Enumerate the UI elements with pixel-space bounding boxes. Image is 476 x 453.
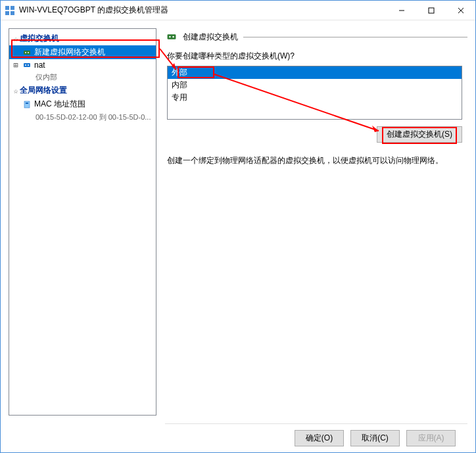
switch-type-list[interactable]: 外部 内部 专用 — [167, 66, 462, 120]
tree-item-mac-sub: 00-15-5D-02-12-00 到 00-15-5D-0... — [9, 111, 156, 124]
svg-rect-1 — [11, 6, 14, 10]
detail-pane: 创建虚拟交换机 你要创建哪种类型的虚拟交换机(W)? 外部 内部 专用 创建虚拟… — [162, 28, 467, 416]
svg-point-13 — [28, 64, 29, 66]
svg-rect-0 — [5, 6, 9, 10]
tree-section-label: 全局网络设置 — [20, 85, 67, 96]
list-item-external[interactable]: 外部 — [168, 66, 462, 79]
titlebar: WIN-VVLEQ7OGBPT 的虚拟交换机管理器 — [1, 1, 475, 20]
tree-section-label: 虚拟交换机 — [20, 33, 59, 44]
prompt-label: 你要创建哪种类型的虚拟交换机(W)? — [167, 51, 462, 62]
description-text: 创建一个绑定到物理网络适配器的虚拟交换机，以便虚拟机可以访问物理网络。 — [167, 155, 462, 166]
dialog-footer: 确定(O) 取消(C) 应用(A) — [165, 423, 467, 452]
svg-point-12 — [25, 64, 26, 66]
svg-rect-11 — [24, 63, 30, 67]
tree-section-virtual-switches[interactable]: ☆ 虚拟交换机 — [9, 32, 156, 45]
svg-rect-15 — [26, 103, 28, 104]
collapse-icon: ☆ — [12, 86, 20, 95]
switch-icon — [166, 31, 178, 43]
svg-rect-8 — [24, 51, 30, 55]
apply-button[interactable]: 应用(A) — [406, 430, 456, 446]
switch-icon — [22, 60, 32, 70]
tree-pane: ☆ 虚拟交换机 新建虚拟网络交换机 ⊞ nat 仅内部 ☆ 全局网络设置 MA — [9, 28, 156, 416]
app-icon — [5, 5, 15, 16]
tree-item-nat[interactable]: ⊞ nat — [9, 59, 156, 71]
list-item-internal[interactable]: 内部 — [168, 79, 462, 91]
tree-item-label: MAC 地址范围 — [34, 99, 85, 110]
divider — [243, 37, 467, 37]
maximize-button[interactable] — [416, 1, 446, 20]
tree-section-global[interactable]: ☆ 全局网络设置 — [9, 83, 156, 97]
svg-point-17 — [169, 36, 171, 38]
nic-icon — [22, 100, 32, 109]
tree-item-mac-range[interactable]: MAC 地址范围 — [9, 97, 156, 111]
collapse-icon: ☆ — [12, 34, 20, 43]
ok-button[interactable]: 确定(O) — [295, 430, 344, 446]
svg-rect-14 — [24, 101, 30, 108]
list-item-private[interactable]: 专用 — [168, 91, 462, 104]
svg-point-9 — [25, 52, 26, 53]
svg-rect-16 — [168, 34, 176, 39]
minimize-button[interactable] — [387, 1, 416, 20]
svg-point-18 — [172, 36, 174, 38]
tree-item-sublabel: 00-15-5D-02-12-00 到 00-15-5D-0... — [36, 112, 151, 122]
tree-item-sublabel: 仅内部 — [36, 72, 57, 82]
panel-title: 创建虚拟交换机 — [183, 32, 238, 43]
svg-point-10 — [28, 52, 29, 53]
svg-rect-5 — [429, 8, 434, 13]
tree-item-label: 新建虚拟网络交换机 — [34, 47, 105, 58]
tree-item-new-switch[interactable]: 新建虚拟网络交换机 — [9, 45, 156, 59]
svg-rect-2 — [5, 11, 9, 15]
create-switch-button[interactable]: 创建虚拟交换机(S) — [377, 126, 462, 143]
close-button[interactable] — [446, 1, 475, 20]
cancel-button[interactable]: 取消(C) — [350, 430, 400, 446]
switch-icon — [22, 48, 32, 57]
tree-item-label: nat — [34, 60, 45, 70]
expand-icon: ⊞ — [12, 60, 20, 70]
svg-rect-3 — [11, 11, 14, 15]
window-title: WIN-VVLEQ7OGBPT 的虚拟交换机管理器 — [19, 5, 387, 16]
tree-item-nat-sub: 仅内部 — [9, 71, 156, 83]
